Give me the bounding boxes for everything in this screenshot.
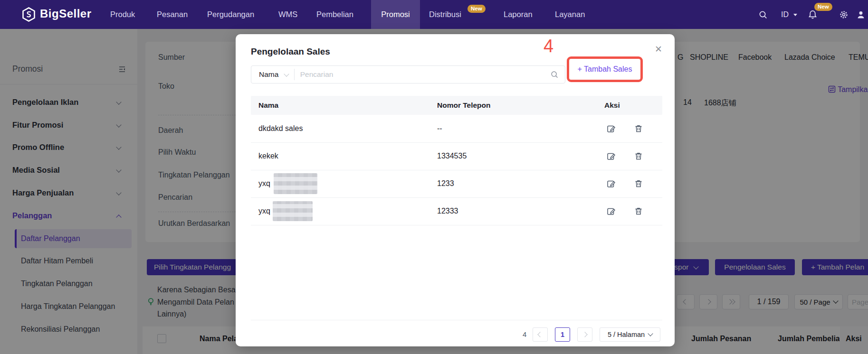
- gear-icon[interactable]: [839, 10, 849, 19]
- bigseller-logo-icon[interactable]: [21, 7, 37, 22]
- delete-icon[interactable]: [634, 206, 643, 216]
- redacted-blur: [274, 173, 317, 194]
- sales-search-bar: Nama: [251, 65, 565, 84]
- chevron-down-icon: [284, 71, 289, 76]
- table-row: kekek 1334535: [251, 142, 662, 170]
- bell-new-badge: New: [814, 3, 832, 11]
- chevron-down-icon: [648, 331, 653, 336]
- modal-title: Pengelolaan Sales: [251, 47, 330, 57]
- sales-table-header: Nama Nomor Telepon Aksi: [251, 96, 662, 115]
- edit-icon[interactable]: [606, 124, 616, 133]
- sales-phone: 1233: [437, 170, 454, 197]
- search-icon[interactable]: [550, 70, 559, 79]
- top-nav: BigSeller Produk Pesanan Pergudangan WMS…: [0, 0, 868, 29]
- header-nama: Nama: [258, 96, 278, 115]
- pengelolaan-sales-modal: Pengelolaan Sales ✕ 4 Nama + Tambah Sale…: [236, 34, 675, 346]
- sales-search-input[interactable]: [295, 70, 550, 79]
- sales-name: yxq: [258, 170, 270, 197]
- table-row: yxq 12333: [251, 197, 662, 225]
- modal-next-page-button[interactable]: [577, 327, 592, 342]
- annotation-number: 4: [544, 36, 553, 56]
- bigseller-app: { "nav": { "brand": "BigSeller", "items"…: [0, 0, 868, 354]
- nav-item-pesanan[interactable]: Pesanan: [157, 0, 188, 29]
- chevron-left-icon: [537, 332, 543, 337]
- nav-item-produk[interactable]: Produk: [110, 0, 135, 29]
- sales-name: yxq: [258, 197, 270, 225]
- table-row: yxq 1233: [251, 170, 662, 198]
- sales-phone: 1334535: [437, 142, 467, 170]
- nav-item-promosi[interactable]: Promosi: [371, 0, 420, 29]
- modal-per-page-select[interactable]: 5 / Halaman: [600, 327, 660, 342]
- modal-prev-page-button[interactable]: [533, 327, 548, 342]
- sales-name: dkdakd sales: [258, 115, 303, 142]
- nav-item-laporan[interactable]: Laporan: [504, 0, 533, 29]
- search-icon[interactable]: [758, 10, 768, 19]
- edit-icon[interactable]: [606, 151, 616, 161]
- bell-icon[interactable]: [808, 9, 818, 19]
- redacted-blur: [273, 201, 313, 221]
- delete-icon[interactable]: [634, 179, 643, 188]
- search-field-value: Nama: [259, 70, 278, 78]
- table-row: dkdakd sales --: [251, 115, 662, 143]
- brand-name[interactable]: BigSeller: [40, 7, 92, 20]
- table-bottom-border: [251, 320, 662, 320]
- sales-phone: --: [437, 115, 442, 142]
- user-avatar-icon[interactable]: [856, 10, 866, 19]
- nav-item-pergudangan[interactable]: Pergudangan: [207, 0, 254, 29]
- edit-icon[interactable]: [606, 206, 616, 216]
- language-caret-icon: [793, 14, 797, 16]
- language-label: ID: [781, 10, 789, 19]
- total-count: 4: [523, 327, 526, 342]
- close-icon[interactable]: ✕: [655, 44, 662, 55]
- nav-item-layanan[interactable]: Layanan: [555, 0, 585, 29]
- edit-icon[interactable]: [606, 179, 616, 188]
- nav-item-wms[interactable]: WMS: [278, 0, 297, 29]
- nav-item-pembelian[interactable]: Pembelian: [316, 0, 353, 29]
- sales-name: kekek: [258, 142, 278, 170]
- header-aksi: Aksi: [604, 96, 620, 115]
- tambah-sales-button[interactable]: + Tambah Sales: [569, 59, 640, 80]
- chevron-right-icon: [582, 332, 587, 337]
- modal-per-page-value: 5 / Halaman: [608, 331, 645, 338]
- search-field-select[interactable]: Nama: [251, 70, 294, 79]
- delete-icon[interactable]: [634, 151, 643, 161]
- distribusi-new-badge: New: [467, 5, 486, 13]
- header-nomor-telepon: Nomor Telepon: [437, 96, 491, 115]
- language-selector[interactable]: ID: [781, 0, 797, 29]
- sales-phone: 12333: [437, 197, 458, 225]
- delete-icon[interactable]: [634, 124, 643, 133]
- nav-item-distribusi[interactable]: Distribusi: [429, 0, 461, 29]
- modal-page-1-button[interactable]: 1: [555, 327, 570, 342]
